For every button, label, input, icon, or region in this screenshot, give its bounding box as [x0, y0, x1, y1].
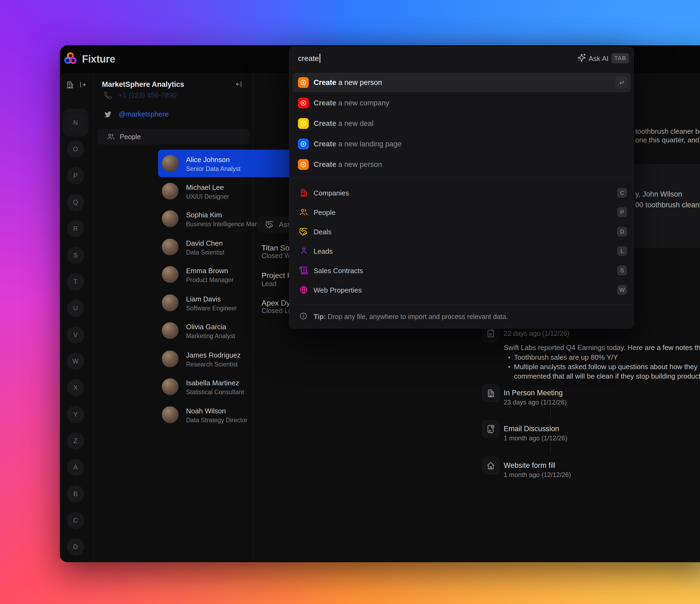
rail-letter[interactable]: O — [67, 141, 84, 158]
note-bullet: Multiple analysts asked follow up questi… — [514, 363, 700, 371]
create-action-bold: Create — [314, 160, 336, 169]
person-title: Product Manager — [186, 276, 233, 284]
shortcut-key-badge: L — [617, 246, 627, 256]
plus-circle-icon — [298, 118, 309, 129]
workspace-icon[interactable] — [66, 80, 74, 89]
palette-divider — [289, 69, 633, 69]
shortcut-key-badge: S — [617, 266, 627, 275]
people-section-header[interactable]: People — [98, 129, 249, 145]
sparkles-icon — [577, 53, 586, 62]
palette-divider — [289, 178, 633, 178]
person-row-alice-johnson[interactable]: Alice Johnson Senior Data Analyst — [158, 150, 308, 177]
deal-name[interactable]: Titan Sol — [261, 244, 291, 252]
deal-name[interactable]: Project F — [261, 271, 292, 280]
note-intro: Swift Labs reported Q4 Earnings today. H… — [504, 344, 700, 352]
event-time: 23 days ago (1/12/26) — [504, 399, 567, 406]
handshake-icon — [265, 220, 274, 229]
category-label: Companies — [314, 189, 349, 197]
category-label: Deals — [314, 228, 331, 236]
create-action-bold: Create — [314, 99, 336, 107]
rail-letter[interactable]: S — [67, 247, 84, 264]
app-title: Fixture — [82, 53, 115, 65]
workspace-phone[interactable]: +1 (123) 456-7890 — [119, 91, 177, 100]
search-input[interactable]: create — [298, 54, 320, 63]
avatar — [162, 378, 178, 395]
people-section-label: People — [120, 133, 141, 141]
rail-letter[interactable]: V — [67, 326, 84, 344]
person-row-isabella-martinez[interactable]: Isabella Martinez Statistical Consultant — [158, 373, 308, 400]
rail-letter[interactable]: X — [67, 379, 84, 396]
rail-letter[interactable]: T — [67, 273, 84, 291]
person-title: Marketing Analyst — [186, 332, 235, 340]
expand-sidebar-icon[interactable] — [79, 81, 87, 89]
person-name: Isabella Martinez — [186, 379, 239, 387]
person-title: Data Scientist — [186, 249, 224, 256]
avatar — [162, 238, 178, 255]
person-row-michael-lee[interactable]: Michael Lee UX/UI Designer — [158, 177, 308, 205]
deal-status: Lead — [261, 280, 277, 288]
tip-bold: Tip: — [314, 313, 326, 320]
rail-letter[interactable]: W — [67, 353, 84, 370]
shortcut-key-badge: D — [617, 227, 627, 236]
avatar — [162, 351, 178, 367]
person-title: Research Scientist — [186, 361, 238, 368]
shortcut-key-badge: C — [617, 188, 627, 198]
command-palette: create Ask AI TAB Create a new person — [289, 47, 634, 328]
category-label: Leads — [314, 247, 333, 256]
person-name: Olivia Garcia — [186, 323, 226, 331]
rail-letter[interactable]: Q — [67, 194, 84, 211]
timeline-connector — [550, 440, 551, 454]
rail-letter[interactable]: D — [67, 538, 84, 555]
note-fragment-line: one this quarter, and it's — [635, 136, 700, 144]
avatar — [162, 322, 178, 339]
person-title: Senior Data Analyst — [186, 165, 241, 173]
category-label: Web Properties — [314, 286, 362, 295]
plus-circle-icon — [298, 77, 309, 88]
event-title[interactable]: Email Discussion — [504, 425, 559, 433]
person-name: Noah Wilson — [186, 407, 226, 415]
note-timestamp: 22 days ago (1/12/26) — [504, 329, 569, 337]
event-title[interactable]: In Person Meeting — [504, 389, 563, 397]
plus-circle-icon — [298, 159, 309, 170]
rail-letter[interactable]: N — [67, 114, 84, 131]
create-action-rest: a new deal — [336, 120, 373, 128]
house-icon — [482, 457, 499, 474]
rail-letter[interactable]: A — [67, 459, 84, 476]
create-action-rest: a new person — [336, 78, 382, 86]
people-icon — [299, 208, 308, 217]
info-icon — [299, 312, 308, 320]
avatar — [162, 183, 178, 200]
person-row-james-rodriguez[interactable]: James Rodriguez Research Scientist — [158, 345, 308, 373]
rail-letter[interactable]: C — [67, 512, 84, 529]
rail-letter[interactable]: P — [67, 167, 84, 184]
workspace-twitter[interactable]: @marketsphere — [119, 110, 169, 118]
highlight-fragment-line: 00 toothbrush cleaning g — [635, 201, 700, 209]
rail-letter[interactable]: R — [67, 220, 84, 237]
create-action-rest: a new company — [336, 99, 390, 107]
note-fragment-line: toothbrush cleaner befo — [635, 127, 700, 136]
create-action-bold: Create — [314, 78, 336, 86]
avatar — [162, 155, 178, 172]
twitter-icon — [103, 110, 112, 119]
screenshot-stage: Fixture N O P Q R S T — [0, 0, 700, 604]
rail-letter[interactable]: U — [67, 300, 84, 317]
person-row-olivia-garcia[interactable]: Olivia Garcia Marketing Analyst — [158, 317, 308, 344]
category-label: Sales Contracts — [314, 267, 363, 275]
globe-icon — [299, 285, 308, 295]
person-title: Software Engineer — [186, 305, 237, 312]
create-action-bold: Create — [314, 120, 336, 128]
category-label: People — [314, 208, 335, 217]
plus-circle-icon — [298, 98, 309, 108]
ask-ai-button[interactable]: Ask AI — [589, 54, 608, 63]
rail-letter[interactable]: Y — [67, 406, 84, 423]
shortcut-key-badge: W — [617, 285, 627, 295]
collapse-sidebar-icon[interactable] — [234, 80, 243, 88]
event-title[interactable]: Website form fill — [504, 461, 555, 470]
timeline-connector — [550, 345, 551, 382]
rail-letter[interactable]: Z — [67, 432, 84, 450]
rail-letter[interactable]: B — [67, 485, 84, 503]
email-discussion-icon — [482, 420, 499, 438]
meeting-building-icon — [482, 384, 499, 402]
avatar — [162, 406, 178, 423]
person-row-noah-wilson[interactable]: Noah Wilson Data Strategy Director — [158, 401, 308, 428]
